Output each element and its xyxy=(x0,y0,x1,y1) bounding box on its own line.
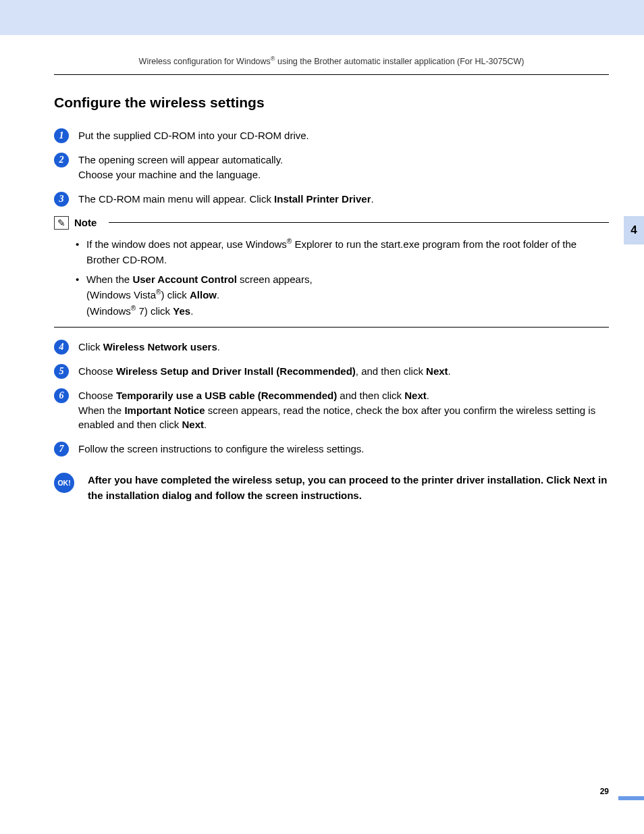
ok-text: After you have completed the wireless se… xyxy=(88,473,609,503)
note-block: Note If the window does not appear, use … xyxy=(54,216,609,328)
note-list: If the window does not appear, use Windo… xyxy=(76,236,609,319)
step-number-icon: 2 xyxy=(54,153,69,167)
step-1: 1 Put the supplied CD-ROM into your CD-R… xyxy=(54,128,609,143)
note-header: Note xyxy=(54,216,609,230)
step-5: 5 Choose Wireless Setup and Driver Insta… xyxy=(54,364,609,379)
step-post: . xyxy=(371,193,373,205)
ok-callout: OK! After you have completed the wireles… xyxy=(54,473,609,503)
note-end-rule xyxy=(54,327,609,328)
step-text: Follow the screen instructions to config… xyxy=(78,442,365,457)
step-text: Put the supplied CD-ROM into your CD-ROM… xyxy=(78,128,309,143)
header-post: using the Brother automatic installer ap… xyxy=(275,57,524,66)
chapter-number: 4 xyxy=(630,224,637,237)
note-rule xyxy=(109,222,609,223)
step-number-icon: 5 xyxy=(54,364,69,379)
step-number-icon: 3 xyxy=(54,192,69,207)
step-text: Choose Wireless Setup and Driver Install… xyxy=(78,364,451,379)
step-number-icon: 6 xyxy=(54,388,69,403)
running-header: Wireless configuration for Windows® usin… xyxy=(54,55,609,75)
note-label: Note xyxy=(74,217,103,228)
step-2: 2 The opening screen will appear automat… xyxy=(54,153,609,182)
note-item: When the User Account Control screen app… xyxy=(76,271,609,319)
step-number-icon: 1 xyxy=(54,128,69,143)
step-text: The CD-ROM main menu will appear. Click … xyxy=(78,192,374,207)
step-3: 3 The CD-ROM main menu will appear. Clic… xyxy=(54,192,609,207)
note-item: If the window does not appear, use Windo… xyxy=(76,236,609,268)
step-text: The opening screen will appear automatic… xyxy=(78,153,283,182)
page-top-band xyxy=(0,0,644,35)
page-content: Configure the wireless settings 1 Put th… xyxy=(54,95,609,503)
step-pre: The CD-ROM main menu will appear. Click xyxy=(78,193,274,205)
pencil-note-icon xyxy=(54,216,69,230)
step-6: 6 Choose Temporarily use a USB cable (Re… xyxy=(54,388,609,432)
page-number: 29 xyxy=(600,787,609,796)
footer-accent xyxy=(618,796,644,800)
ok-badge-icon: OK! xyxy=(54,473,74,493)
step-bold: Install Printer Driver xyxy=(274,193,371,205)
step-line: The opening screen will appear automatic… xyxy=(78,154,283,165)
header-pre: Wireless configuration for Windows xyxy=(139,57,271,66)
section-title: Configure the wireless settings xyxy=(54,95,609,111)
chapter-tab: 4 xyxy=(624,216,644,244)
step-number-icon: 7 xyxy=(54,442,69,457)
step-text: Click Wireless Network users. xyxy=(78,340,220,355)
step-text: Choose Temporarily use a USB cable (Reco… xyxy=(78,388,609,432)
step-4: 4 Click Wireless Network users. xyxy=(54,340,609,355)
step-number-icon: 4 xyxy=(54,340,69,355)
step-7: 7 Follow the screen instructions to conf… xyxy=(54,442,609,457)
step-line: Choose your machine and the language. xyxy=(78,169,261,180)
